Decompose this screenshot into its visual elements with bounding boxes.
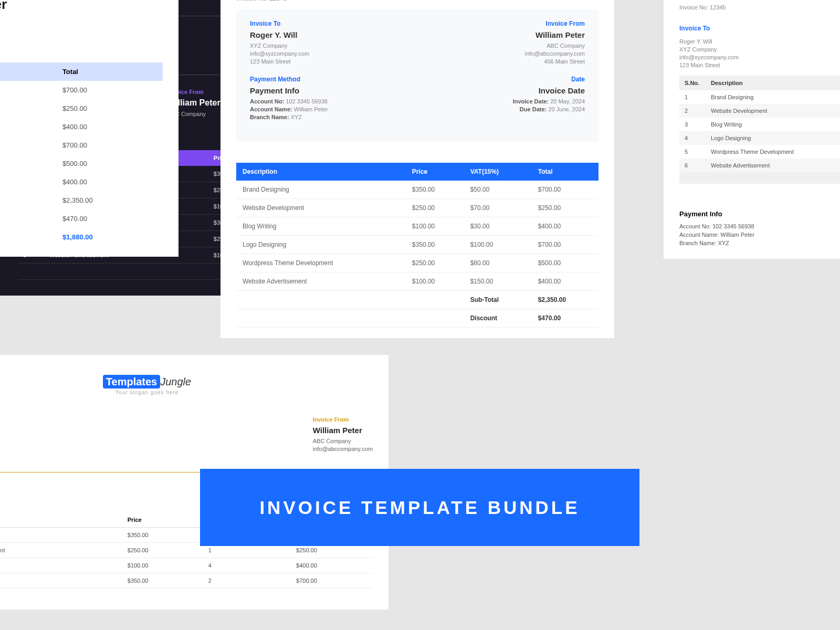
bundle-title: INVOICE TEMPLATE BUNDLE <box>259 497 580 518</box>
table-row: Brand Designing$350.00$50.00$700.00 <box>236 181 598 199</box>
info-box: Invoice To Roger Y. Will XYZ Company inf… <box>236 9 598 142</box>
invoice-from-label: Invoice From <box>525 20 585 27</box>
sub-label: Sub-Total <box>0 191 57 209</box>
payment-info-title: Payment Info <box>679 210 840 218</box>
table-row: 2Website Development <box>679 104 840 118</box>
table-row: 6Website Advertisement <box>679 159 840 172</box>
th-price: Price <box>123 512 204 528</box>
invoice-card-1: Invoice From William Peter ABC Company i… <box>0 0 178 257</box>
invoice-to-label: Invoice To <box>250 20 309 27</box>
invoice-number: Invoice No: 12345 <box>236 0 598 2</box>
account-name: Account Name: William Peter <box>679 232 840 238</box>
th-total: Total <box>57 62 163 81</box>
th-qty: Quantity <box>0 62 57 81</box>
invoice-card-2: Invoice No: 12345 Invoice To Roger Y. Wi… <box>220 0 614 338</box>
payment-info: Payment Info Account No: 102 3345 56938 … <box>679 210 840 246</box>
to-address: 123 Main Street <box>250 58 309 65</box>
to-name: Roger Y. Will <box>679 38 840 45</box>
table-cell: $500.00 <box>57 154 163 173</box>
account-name: Account Name: William Peter <box>250 106 328 112</box>
grand-label: Grand-Total <box>0 228 57 246</box>
table-row: Blog Writing$100.00$30.00$400.00 <box>236 217 598 236</box>
from-name: William Peter <box>313 426 373 435</box>
table-row: Wordpress Theme Development$250.00$80.00… <box>236 254 598 272</box>
to-email: info@xyzcompany.com <box>250 50 309 57</box>
to-email: info@xyzcompany.com <box>679 54 840 60</box>
th-price: Price <box>406 163 464 181</box>
logo-icon: Templates <box>103 375 160 388</box>
invoice-date: Invoice Date: 20 May, 2024 <box>513 98 585 104</box>
branch-name: Branch Name: XYZ <box>679 240 840 246</box>
from-name: William Peter <box>525 30 585 39</box>
to-company: XYZ Company <box>679 46 840 52</box>
invoice-title: Invoice V3 <box>679 0 840 1</box>
table-row: 5Wordpress Theme Development <box>679 145 840 159</box>
th-desc: Description <box>0 512 123 528</box>
account-no: Account No: 102 3345 56938 <box>679 223 840 229</box>
line-items-table: S.No.Description 1Brand Designing2Websit… <box>679 76 840 184</box>
table-cell: $700.00 <box>57 81 163 99</box>
table-row: Website Development$250.00$70.00$250.00 <box>236 199 598 217</box>
date-label: Date <box>513 76 585 83</box>
table-row: 3Blog Writing$100.004$400.00 <box>0 558 373 573</box>
from-company: ABC Company <box>0 19 163 27</box>
table-cell: $400.00 <box>57 118 163 136</box>
disc-label: Discount <box>464 309 532 328</box>
branch-name: Branch Name: XYZ <box>250 114 328 120</box>
from-name: William Peter <box>0 0 163 13</box>
invoice-card-3: Invoice V3 Invoice No: 12345 Invoice To … <box>664 0 840 259</box>
table-row: 3Blog Writing <box>679 118 840 131</box>
sub-value: $2,350.00 <box>57 191 163 209</box>
th-desc: Description <box>706 76 840 90</box>
invoice-from-label: Invoice From <box>313 416 373 423</box>
table-row: 4Logo Designing$350.002$700.00 <box>0 573 373 589</box>
th-vat: VAT(15%) <box>464 163 532 181</box>
th-desc: Description <box>236 163 406 181</box>
line-items-table: Description Price VAT(15%) Total Brand D… <box>236 163 598 328</box>
from-address: 456 Main Street <box>525 58 585 65</box>
payment-info-title: Payment Info <box>250 86 328 95</box>
sub-value: $2,350.00 <box>532 291 598 309</box>
from-email: info@abccompany.com <box>525 50 585 57</box>
invoice-number: Invoice No: 12345 <box>679 4 840 10</box>
th-total: Total <box>532 163 598 181</box>
invoice-date-title: Invoice Date <box>513 86 585 95</box>
disc-value: $470.00 <box>532 309 598 328</box>
to-address: 123 Main Street <box>679 62 840 68</box>
due-date: Due Date: 20 June, 2024 <box>513 106 585 112</box>
grand-value: $1,880.00 <box>57 228 163 246</box>
from-address: 456 Main Street <box>0 39 163 47</box>
table-cell: $400.00 <box>57 173 163 191</box>
disc-value: $470.00 <box>57 209 163 228</box>
table-cell: $700.00 <box>57 136 163 154</box>
table-row: 1Brand Designing <box>679 90 840 104</box>
payment-method-label: Payment Method <box>250 76 328 83</box>
table-cell: $250.00 <box>57 99 163 118</box>
from-company: ABC Company <box>525 43 585 49</box>
logo: TemplatesJungle Your slogan goes here <box>0 376 373 395</box>
from-company: ABC Company <box>313 438 373 444</box>
from-email: info@abccompany.com <box>0 29 163 37</box>
to-name: Roger Y. Will <box>250 30 309 39</box>
totals-table: QuantityTotal $700.00$250.00$400.00$700.… <box>0 62 163 246</box>
table-row: Logo Designing$350.00$100.00$700.00 <box>236 236 598 254</box>
to-company: XYZ Company <box>250 43 309 49</box>
account-no: Account No: 102 3345 56938 <box>250 98 328 104</box>
table-row: Website Advertisement$100.00$150.00$400.… <box>236 272 598 291</box>
bundle-title-banner: INVOICE TEMPLATE BUNDLE <box>200 469 639 546</box>
from-email: info@abccompany.com <box>313 446 373 452</box>
invoice-to-label: Invoice To <box>679 25 840 32</box>
logo-slogan: Your slogan goes here <box>0 390 373 395</box>
table-row: 4Logo Designing <box>679 131 840 145</box>
sub-label: Sub-Total <box>464 291 532 309</box>
disc-label: Discount 20% <box>0 209 57 228</box>
th-sno: S.No. <box>679 76 706 90</box>
